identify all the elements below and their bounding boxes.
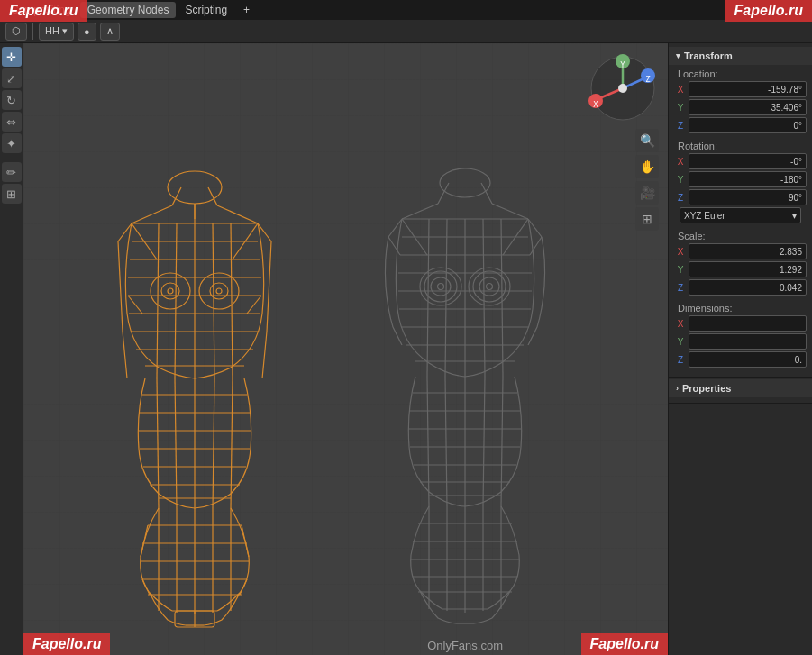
rotation-x-label: X: [674, 157, 687, 167]
properties-section-label: Properties: [682, 383, 731, 394]
svg-line-56: [123, 332, 127, 378]
scale-y-row: Y 1.292: [674, 261, 807, 277]
tool-measure[interactable]: ⊞: [2, 184, 22, 204]
watermark-bottom-left: Fapello.ru: [23, 633, 110, 655]
svg-point-94: [424, 271, 457, 302]
dimensions-y-value[interactable]: [689, 333, 807, 350]
toolbar-mode-btn[interactable]: HH ▾: [39, 23, 74, 41]
svg-line-65: [142, 579, 150, 595]
left-toolbar: ✛ ⤢ ↻ ⇔ ✦ ✏ ⊞: [0, 43, 23, 655]
object-icon: ⬡: [12, 25, 21, 37]
svg-line-103: [427, 377, 429, 506]
dimensions-z-label: Z: [674, 355, 687, 365]
rotation-group: Rotation: X -0° Y -180° Z 90° XYZ Euler …: [669, 137, 812, 227]
tool-transform[interactable]: ✦: [2, 133, 22, 153]
location-z-value[interactable]: 0°: [689, 117, 807, 133]
properties-panel: ▾ Transform Location: X -159.78° Y 35.40…: [668, 43, 812, 655]
dimensions-y-label: Y: [674, 337, 687, 347]
transform-header[interactable]: ▾ Transform: [669, 47, 812, 65]
location-label: Location:: [674, 67, 807, 81]
svg-point-136: [618, 84, 627, 93]
svg-line-63: [141, 525, 148, 557]
location-z-row: Z 0°: [674, 117, 807, 133]
svg-line-73: [402, 204, 438, 219]
viewport-pan-btn[interactable]: ✋: [635, 155, 659, 178]
svg-line-35: [157, 378, 159, 508]
tool-annotate[interactable]: ✏: [2, 162, 22, 182]
scale-group: Scale: X 2.835 Y 1.292 Z 0.042: [669, 227, 812, 299]
dimensions-x-value[interactable]: [689, 315, 807, 332]
scale-x-label: X: [674, 247, 687, 257]
dimensions-z-row: Z 0.: [674, 351, 807, 368]
scale-z-row: Z 0.042: [674, 279, 807, 296]
svg-line-36: [175, 378, 177, 508]
tool-cursor[interactable]: ✛: [2, 47, 22, 67]
scale-z-label: Z: [674, 283, 687, 293]
transform-section: ▾ Transform Location: X -159.78° Y 35.40…: [669, 47, 812, 378]
svg-point-92: [438, 284, 444, 290]
svg-line-54: [118, 241, 123, 332]
svg-line-74: [492, 204, 528, 219]
svg-line-17: [157, 223, 159, 378]
viewport-zoom-btn[interactable]: 🔍: [635, 129, 659, 152]
euler-mode[interactable]: XYZ Euler ▾: [680, 207, 801, 223]
svg-line-86: [483, 219, 485, 377]
rotation-z-label: Z: [674, 193, 687, 203]
euler-mode-arrow: ▾: [792, 211, 797, 221]
tool-rotate[interactable]: ↻: [2, 90, 22, 110]
svg-line-87: [501, 219, 503, 377]
toolbar-view-btn[interactable]: ●: [78, 23, 96, 41]
scale-x-value[interactable]: 2.835: [689, 243, 807, 259]
svg-point-67: [440, 168, 490, 197]
viewport[interactable]: Y X Z 🔍 ✋ 🎥 ⊞ Fapello.ru Fapello.ru Only…: [23, 43, 668, 655]
svg-line-1: [172, 187, 181, 205]
rotation-y-row: Y -180°: [674, 171, 807, 187]
viewport-grid-btn[interactable]: ⊞: [635, 207, 659, 231]
menu-add[interactable]: +: [236, 2, 257, 18]
tool-scale[interactable]: ⇔: [2, 112, 22, 132]
toolbar-sep-1: [32, 23, 33, 40]
euler-mode-label: XYZ Euler: [684, 211, 725, 221]
dimensions-group: Dimensions: X Y Z 0.: [669, 299, 812, 371]
menu-scripting[interactable]: Scripting: [178, 2, 234, 18]
svg-line-8: [217, 205, 258, 223]
rotation-z-value[interactable]: 90°: [689, 189, 807, 205]
dimensions-y-row: Y: [674, 333, 807, 350]
svg-line-83: [427, 219, 429, 377]
rotation-y-value[interactable]: -180°: [689, 171, 807, 187]
svg-text:Z: Z: [645, 75, 651, 84]
scale-label: Scale:: [674, 229, 807, 243]
svg-line-2: [208, 187, 217, 205]
svg-line-106: [483, 377, 485, 506]
svg-line-123: [528, 327, 537, 345]
mode-label: HH ▾: [45, 25, 68, 37]
rotation-z-row: Z 90°: [674, 189, 807, 205]
menu-geometry-nodes[interactable]: Geometry Nodes: [80, 2, 177, 18]
svg-text:X: X: [593, 100, 598, 109]
location-z-label: Z: [674, 121, 687, 131]
toolbar-shading-btn[interactable]: ∧: [100, 23, 120, 41]
rotation-x-row: X -0°: [674, 153, 807, 169]
properties-header[interactable]: › Properties: [669, 379, 812, 397]
watermark-top-right: Fapello.ru: [725, 0, 812, 22]
svg-line-39: [231, 378, 233, 508]
rotation-x-value[interactable]: -0°: [689, 153, 807, 169]
location-y-value[interactable]: 35.406°: [689, 99, 807, 115]
tool-move[interactable]: ⤢: [2, 68, 22, 88]
shading-icon: ∧: [106, 25, 114, 37]
svg-line-104: [445, 377, 447, 506]
svg-point-27: [216, 288, 222, 294]
scale-y-value[interactable]: 1.292: [689, 261, 807, 277]
toolbar-object-btn[interactable]: ⬡: [5, 23, 27, 41]
scale-z-value[interactable]: 0.042: [689, 279, 807, 296]
location-x-value[interactable]: -159.78°: [689, 81, 807, 97]
viewport-camera-btn[interactable]: 🎥: [635, 181, 659, 205]
transform-arrow: ▾: [676, 51, 680, 60]
location-x-row: X -159.78°: [674, 81, 807, 97]
dimensions-label: Dimensions:: [674, 301, 807, 315]
top-menu-bar: Fapello.ru Compositing Geometry Nodes Sc…: [0, 0, 812, 20]
dimensions-z-value[interactable]: 0.: [689, 351, 807, 368]
location-y-row: Y 35.406°: [674, 99, 807, 115]
nav-gizmo[interactable]: Y X Z: [587, 52, 659, 124]
dimensions-x-row: X: [674, 315, 807, 332]
